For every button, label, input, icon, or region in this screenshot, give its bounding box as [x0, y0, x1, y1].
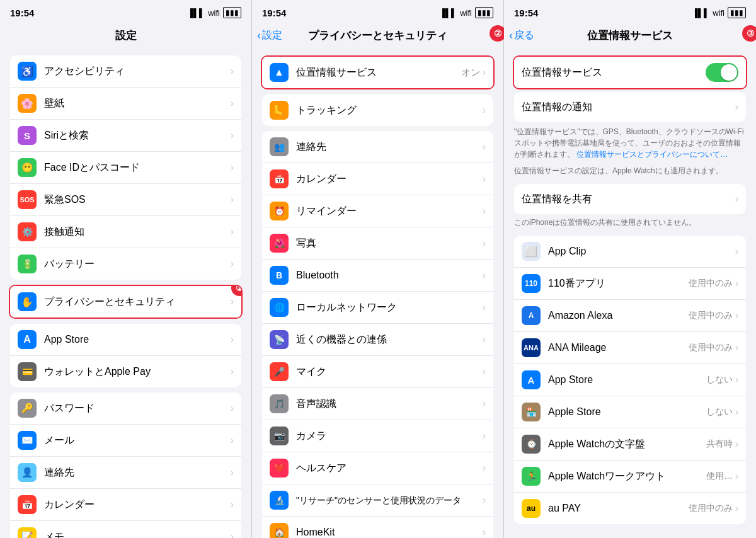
chevron-icon: › [231, 130, 234, 141]
list-item-location-notification[interactable]: 位置情報の通知 › [514, 92, 746, 122]
wifi-icon-2: wifi [460, 8, 472, 18]
apple-watch-face-status: 共有時 [706, 438, 733, 450]
tracking-icon: 🦶 [270, 101, 289, 120]
chevron-icon: › [483, 270, 486, 281]
camera-label: カメラ [296, 430, 483, 443]
list-item-aupay[interactable]: au au PAY 使用中のみ › [514, 493, 746, 524]
apple-watch-workout-icon: 🏃 [522, 467, 541, 486]
list-item-calendar-priv[interactable]: 📅 カレンダー › [262, 163, 493, 195]
location-description-block: "位置情報サービス"では、GPS、Bluetooth、クラウドソースのWi-Fi… [504, 122, 756, 165]
chevron-icon: › [231, 258, 234, 270]
list-item-contact-tracing[interactable]: ⚙️ 接触通知 › [10, 216, 241, 248]
list-item-reminders[interactable]: ⏰ リマインダー › [262, 195, 493, 227]
location-toggle-switch[interactable] [706, 63, 738, 82]
list-item-appstore[interactable]: A App Store › [10, 324, 241, 356]
privacy-list: ✋ プライバシーとセキュリティ › [10, 286, 241, 318]
list-item-appstore-loc[interactable]: A App Store しない › [514, 364, 746, 396]
wallet-icon: 💳 [18, 362, 37, 381]
location-toggle-label: 位置情報サービス [522, 66, 706, 79]
list-item-faceid[interactable]: 😶 Face IDとパスコード › [10, 152, 241, 184]
toggle-thumb [721, 64, 737, 81]
list-item-passwords[interactable]: 🔑 パスワード › [10, 392, 241, 425]
back-chevron-icon-3: ‹ [509, 29, 513, 42]
bluetooth-label: Bluetooth [296, 270, 483, 281]
list-item-app-clip[interactable]: ⬜ App Clip › [514, 236, 746, 268]
list-item-wallet[interactable]: 💳 ウォレットとApple Pay › [10, 356, 241, 387]
back-button-3[interactable]: ‹ 戻る [509, 29, 534, 42]
location-toggle-section: 位置情報サービス [513, 55, 747, 89]
list-item-wallpaper[interactable]: 🌸 壁紙 › [10, 88, 241, 120]
speech-icon: 🎵 [270, 394, 289, 413]
appstore-label: App Store [44, 334, 231, 345]
list-item-contacts-priv[interactable]: 👥 連絡先 › [262, 131, 493, 163]
list-item-speech[interactable]: 🎵 音声認識 › [262, 388, 493, 420]
list-item-photos[interactable]: 🌺 写真 › [262, 227, 493, 260]
panel-location-services: 19:54 ▐▌▌ wifi ▮▮▮ ‹ 戻る 位置情報サービス ③ 位置情報サ… [504, 0, 756, 538]
list-item-mail[interactable]: ✉️ メール › [10, 425, 241, 457]
location-value: オン [461, 67, 480, 79]
location-toggle-list: 位置情報サービス [514, 57, 746, 88]
chevron-icon: › [483, 173, 486, 185]
accessibility-label: アクセシビリティ [44, 65, 231, 78]
settings-list-1: ♿ アクセシビリティ › 🌸 壁紙 › S Siriと検索 › 😶 Face I… [10, 55, 241, 280]
list-item-location-toggle[interactable]: 位置情報サービス [514, 57, 746, 88]
list-item-notes[interactable]: 📝 メモ › [10, 521, 241, 538]
chevron-icon: › [231, 531, 234, 538]
list-item-location[interactable]: ▲ 位置情報サービス オン › [262, 57, 493, 88]
list-item-camera[interactable]: 📷 カメラ › [262, 420, 493, 452]
list-item-privacy[interactable]: ✋ プライバシーとセキュリティ › [10, 286, 241, 318]
chevron-icon: › [735, 101, 738, 113]
list-item-local-network[interactable]: 🌐 ローカルネットワーク › [262, 292, 493, 324]
chevron-icon: › [231, 403, 234, 414]
location-privacy-link[interactable]: 位置情報サービスとプライバシーについて… [576, 150, 728, 159]
contacts-priv-icon: 👥 [270, 137, 289, 156]
list-item-apple-store[interactable]: 🏪 Apple Store しない › [514, 396, 746, 428]
list-item-accessibility[interactable]: ♿ アクセシビリティ › [10, 55, 241, 88]
list-item-research[interactable]: 🔬 "リサーチ"のセンサーと使用状況のデータ › [262, 484, 493, 517]
battery-icon: 🔋 [18, 255, 37, 273]
chevron-icon: › [735, 471, 738, 482]
list-item-apple-watch-face[interactable]: ⌚ Apple Watchの文字盤 共有時 › [514, 428, 746, 461]
chevron-icon: › [231, 435, 234, 446]
chevron-icon: › [483, 462, 486, 474]
chevron-icon: › [231, 366, 234, 377]
chevron-icon: › [483, 366, 486, 377]
panel-settings: 19:54 ▐▌▌ wifi ▮▮▮ 設定 ♿ アクセシビリティ › 🌸 壁紙 … [0, 0, 252, 538]
list-item-ana[interactable]: ANA ANA Mileage 使用中のみ › [514, 332, 746, 364]
list-item-bluetooth[interactable]: B Bluetooth › [262, 260, 493, 292]
list-item-110[interactable]: 110 110番アプリ 使用中のみ › [514, 268, 746, 300]
chevron-icon: › [231, 296, 234, 307]
list-item-share-location[interactable]: 位置情報を共有 › [514, 184, 746, 214]
calendar-icon: 📅 [18, 495, 37, 514]
chevron-icon: › [735, 310, 738, 321]
content-area-1[interactable]: ♿ アクセシビリティ › 🌸 壁紙 › S Siriと検索 › 😶 Face I… [0, 50, 251, 538]
list-item-contacts[interactable]: 👤 連絡先 › [10, 457, 241, 489]
nav-title-2: プライバシーとセキュリティ [308, 28, 447, 43]
list-item-tracking[interactable]: 🦶 トラッキング › [262, 94, 493, 126]
list-item-siri[interactable]: S Siriと検索 › [10, 120, 241, 152]
list-item-homekit[interactable]: 🏠 HomeKit › [262, 517, 493, 538]
alexa-label: Amazon Alexa [548, 310, 689, 321]
wallet-label: ウォレットとApple Pay [44, 365, 231, 379]
list-item-alexa[interactable]: A Amazon Alexa 使用中のみ › [514, 300, 746, 332]
nav-bar-1: 設定 [0, 23, 251, 50]
privacy-label: プライバシーとセキュリティ [44, 295, 231, 309]
list-item-sos[interactable]: SOS 緊急SOS › [10, 184, 241, 216]
reminders-label: リマインダー [296, 205, 483, 218]
list-item-microphone[interactable]: 🎤 マイク › [262, 356, 493, 388]
content-area-3[interactable]: 位置情報サービス 位置情報の通知 › "位置情報サービス"では、GPS、Blue… [504, 50, 756, 538]
list-item-nearby-devices[interactable]: 📡 近くの機器との連係 › [262, 324, 493, 356]
back-button-2[interactable]: ‹ 設定 [257, 29, 282, 42]
nearby-devices-label: 近くの機器との連係 [296, 333, 483, 346]
list-item-health[interactable]: ❤️ ヘルスケア › [262, 452, 493, 484]
110-icon: 110 [522, 274, 541, 293]
battery-icon-2: ▮▮▮ [475, 7, 493, 18]
nav-title-1: 設定 [115, 28, 137, 43]
list-item-calendar[interactable]: 📅 カレンダー › [10, 489, 241, 521]
aupay-label: au PAY [548, 503, 689, 514]
content-area-2[interactable]: ▲ 位置情報サービス オン › 🦶 トラッキング › 👥 連絡先 › [252, 50, 503, 538]
list-item-battery[interactable]: 🔋 バッテリー › [10, 248, 241, 280]
chevron-icon: › [735, 278, 738, 289]
chevron-icon: › [735, 406, 738, 418]
list-item-apple-watch-workout[interactable]: 🏃 Apple Watchワークアウト 使用… › [514, 461, 746, 493]
